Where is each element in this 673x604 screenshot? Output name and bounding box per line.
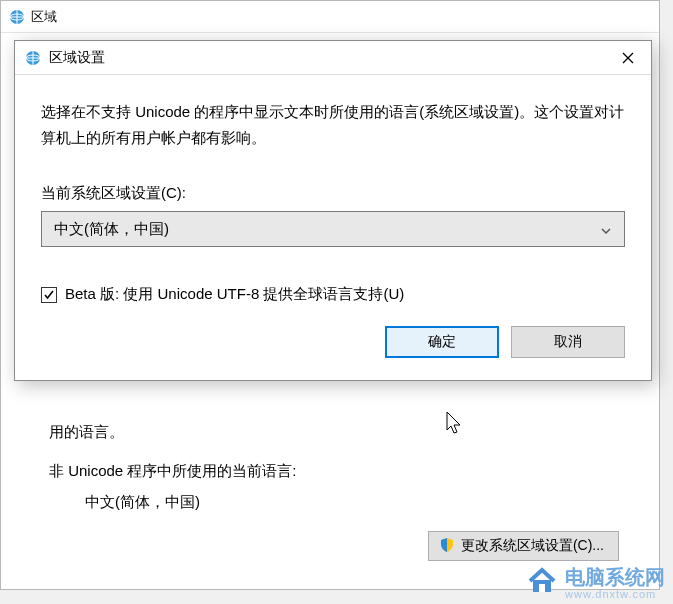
- house-icon: [527, 566, 557, 599]
- cancel-button[interactable]: 取消: [511, 326, 625, 358]
- utf8-checkbox-row: Beta 版: 使用 Unicode UTF-8 提供全球语言支持(U): [41, 285, 625, 304]
- non-unicode-label: 非 Unicode 程序中所使用的当前语言:: [49, 462, 635, 481]
- region-settings-dialog: 区域设置 选择在不支持 Unicode 的程序中显示文本时所使用的语言(系统区域…: [14, 40, 652, 381]
- shield-icon: [439, 537, 455, 556]
- parent-title: 区域: [31, 8, 57, 26]
- dialog-body: 选择在不支持 Unicode 的程序中显示文本时所使用的语言(系统区域设置)。这…: [15, 75, 651, 380]
- change-locale-button[interactable]: 更改系统区域设置(C)...: [428, 531, 619, 561]
- parent-titlebar[interactable]: 区域: [1, 1, 659, 33]
- change-locale-label: 更改系统区域设置(C)...: [461, 537, 604, 555]
- non-unicode-value: 中文(简体，中国): [85, 493, 635, 512]
- dialog-button-row: 确定 取消: [41, 326, 625, 358]
- watermark: 电脑系统网 www.dnxtw.com: [527, 566, 665, 600]
- dialog-titlebar[interactable]: 区域设置: [15, 41, 651, 75]
- svg-rect-5: [539, 584, 545, 592]
- chevron-down-icon: [600, 223, 612, 235]
- watermark-sub: www.dnxtw.com: [565, 588, 665, 600]
- globe-icon: [9, 9, 25, 25]
- check-icon: [43, 289, 55, 301]
- watermark-main: 电脑系统网: [565, 566, 665, 588]
- utf8-checkbox-label: Beta 版: 使用 Unicode UTF-8 提供全球语言支持(U): [65, 285, 404, 304]
- combo-label: 当前系统区域设置(C):: [41, 184, 625, 203]
- globe-icon: [25, 50, 41, 66]
- parent-partial-text: 用的语言。: [49, 423, 635, 442]
- utf8-checkbox[interactable]: [41, 287, 57, 303]
- ok-button[interactable]: 确定: [385, 326, 499, 358]
- combo-value: 中文(简体，中国): [54, 220, 169, 239]
- close-icon: [622, 52, 634, 64]
- close-button[interactable]: [605, 41, 651, 75]
- dialog-title: 区域设置: [49, 49, 105, 67]
- cancel-label: 取消: [554, 333, 582, 351]
- ok-label: 确定: [428, 333, 456, 351]
- locale-combobox[interactable]: 中文(简体，中国): [41, 211, 625, 247]
- dialog-description: 选择在不支持 Unicode 的程序中显示文本时所使用的语言(系统区域设置)。这…: [41, 99, 625, 150]
